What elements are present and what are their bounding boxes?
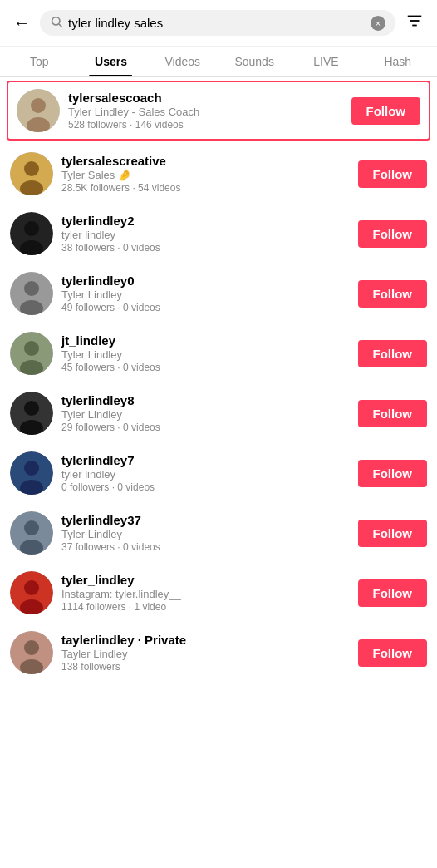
user-info: tylerlindley2 tyler lindley 38 followers… bbox=[61, 214, 350, 254]
username: tylerlindley7 bbox=[61, 453, 350, 467]
filter-button[interactable] bbox=[402, 8, 427, 37]
display-name: tyler lindley bbox=[61, 229, 350, 241]
display-name: Tyler Lindley bbox=[61, 348, 350, 361]
user-info: tylerlindley37 Tyler Lindley 37 follower… bbox=[61, 513, 350, 553]
svg-point-9 bbox=[24, 161, 39, 176]
user-stats: 1114 followers · 1 video bbox=[61, 601, 350, 613]
svg-point-21 bbox=[24, 401, 39, 416]
tab-top[interactable]: Top bbox=[3, 47, 75, 76]
user-info: tylersalescoach Tyler Lindley - Sales Co… bbox=[68, 91, 343, 131]
username: tylerlindley8 bbox=[61, 393, 350, 407]
follow-button[interactable]: Follow bbox=[358, 460, 428, 487]
avatar bbox=[10, 272, 53, 315]
follow-button[interactable]: Follow bbox=[358, 280, 428, 308]
svg-point-24 bbox=[24, 461, 39, 476]
user-item[interactable]: tylersalescreative Tyler Sales 🤌 28.5K f… bbox=[0, 144, 437, 204]
avatar bbox=[17, 89, 60, 132]
avatar bbox=[10, 511, 53, 555]
user-stats: 528 followers · 146 videos bbox=[68, 119, 343, 131]
search-wrapper: × bbox=[40, 10, 395, 36]
username: tylerlindley0 bbox=[61, 274, 350, 288]
display-name: Tayler Lindley bbox=[61, 648, 350, 660]
follow-button[interactable]: Follow bbox=[358, 520, 428, 547]
tab-live[interactable]: LIVE bbox=[290, 47, 361, 76]
username: tylerlindley2 bbox=[61, 214, 350, 228]
avatar bbox=[10, 152, 53, 195]
tab-users[interactable]: Users bbox=[75, 47, 146, 76]
display-name: Tyler Sales 🤌 bbox=[61, 169, 350, 181]
user-stats: 29 followers · 0 videos bbox=[61, 422, 350, 433]
user-info: tyler_lindley Instagram: tyler.lindley__… bbox=[61, 573, 350, 613]
user-stats: 138 followers bbox=[61, 661, 350, 673]
username: tyler_lindley bbox=[61, 573, 350, 587]
user-info: jt_lindley Tyler Lindley 45 followers · … bbox=[61, 333, 350, 373]
avatar bbox=[10, 571, 53, 614]
user-stats: 28.5K followers · 54 videos bbox=[61, 182, 350, 194]
user-item[interactable]: tylerlindley8 Tyler Lindley 29 followers… bbox=[0, 383, 437, 443]
user-stats: 45 followers · 0 videos bbox=[61, 362, 350, 373]
user-item[interactable]: tyler_lindley Instagram: tyler.lindley__… bbox=[0, 563, 437, 623]
display-name: Tyler Lindley bbox=[61, 408, 350, 421]
tabs-bar: Top Users Videos Sounds LIVE Hash bbox=[0, 47, 437, 77]
user-item[interactable]: tylerlindley0 Tyler Lindley 49 followers… bbox=[0, 264, 437, 323]
user-info: tylersalescreative Tyler Sales 🤌 28.5K f… bbox=[61, 154, 350, 194]
username: tylerlindley37 bbox=[61, 513, 350, 527]
follow-button[interactable]: Follow bbox=[351, 97, 421, 125]
user-stats: 38 followers · 0 videos bbox=[61, 242, 350, 254]
svg-point-18 bbox=[24, 341, 39, 356]
user-item[interactable]: tylerlindley37 Tyler Lindley 37 follower… bbox=[0, 503, 437, 563]
tab-hashtags[interactable]: Hash bbox=[362, 47, 434, 76]
svg-line-1 bbox=[59, 24, 62, 27]
display-name: Tyler Lindley - Sales Coach bbox=[68, 106, 343, 118]
avatar bbox=[10, 451, 53, 495]
search-icon bbox=[50, 15, 63, 31]
clear-button[interactable]: × bbox=[371, 16, 385, 31]
user-list: tylersalescoach Tyler Lindley - Sales Co… bbox=[0, 81, 437, 683]
svg-point-0 bbox=[52, 17, 60, 25]
follow-button[interactable]: Follow bbox=[358, 220, 428, 248]
search-bar: ← × bbox=[0, 0, 437, 47]
user-item[interactable]: taylerlindley · Private Tayler Lindley 1… bbox=[0, 623, 437, 683]
user-item[interactable]: tylerlindley2 tyler lindley 38 followers… bbox=[0, 204, 437, 264]
display-name: Tyler Lindley bbox=[61, 528, 350, 540]
user-item[interactable]: tylerlindley7 tyler lindley 0 followers … bbox=[0, 443, 437, 503]
avatar bbox=[10, 392, 53, 435]
follow-button[interactable]: Follow bbox=[358, 639, 428, 667]
username: tylersalescreative bbox=[61, 154, 350, 168]
display-name: tyler lindley bbox=[61, 468, 350, 481]
svg-point-30 bbox=[24, 580, 39, 595]
tab-videos[interactable]: Videos bbox=[147, 47, 218, 76]
avatar bbox=[10, 212, 53, 255]
username: jt_lindley bbox=[61, 333, 350, 348]
follow-button[interactable]: Follow bbox=[358, 340, 428, 367]
svg-point-6 bbox=[31, 98, 46, 113]
avatar bbox=[10, 332, 53, 375]
avatar bbox=[10, 631, 53, 674]
follow-button[interactable]: Follow bbox=[358, 400, 428, 427]
user-stats: 37 followers · 0 videos bbox=[61, 541, 350, 553]
user-item[interactable]: tylersalescoach Tyler Lindley - Sales Co… bbox=[7, 81, 430, 141]
user-item[interactable]: jt_lindley Tyler Lindley 45 followers · … bbox=[0, 323, 437, 383]
user-stats: 0 followers · 0 videos bbox=[61, 481, 350, 493]
svg-point-27 bbox=[24, 520, 39, 535]
user-info: tylerlindley7 tyler lindley 0 followers … bbox=[61, 453, 350, 493]
follow-button[interactable]: Follow bbox=[358, 160, 428, 188]
display-name: Instagram: tyler.lindley__ bbox=[61, 588, 350, 600]
user-info: tylerlindley8 Tyler Lindley 29 followers… bbox=[61, 393, 350, 433]
svg-point-12 bbox=[24, 221, 39, 236]
username: taylerlindley · Private bbox=[61, 633, 350, 647]
follow-button[interactable]: Follow bbox=[358, 579, 428, 607]
display-name: Tyler Lindley bbox=[61, 289, 350, 301]
user-stats: 49 followers · 0 videos bbox=[61, 302, 350, 313]
tab-sounds[interactable]: Sounds bbox=[218, 47, 290, 76]
search-input[interactable] bbox=[68, 16, 366, 30]
user-info: taylerlindley · Private Tayler Lindley 1… bbox=[61, 633, 350, 673]
svg-point-33 bbox=[24, 640, 39, 655]
back-button[interactable]: ← bbox=[10, 10, 33, 36]
user-info: tylerlindley0 Tyler Lindley 49 followers… bbox=[61, 274, 350, 313]
username: tylersalescoach bbox=[68, 91, 343, 105]
svg-point-15 bbox=[24, 281, 39, 296]
